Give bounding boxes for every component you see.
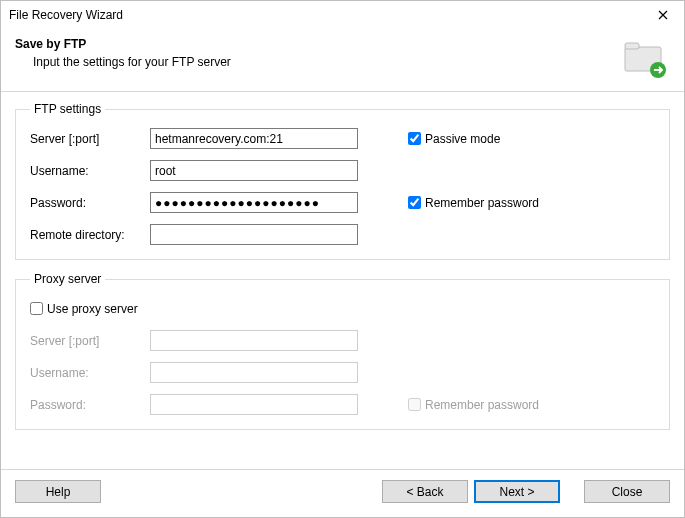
wizard-window: File Recovery Wizard Save by FTP Input t… bbox=[0, 0, 685, 518]
page-title: Save by FTP bbox=[15, 37, 620, 51]
window-title: File Recovery Wizard bbox=[9, 8, 646, 22]
next-button[interactable]: Next > bbox=[474, 480, 560, 503]
proxy-server-input bbox=[150, 330, 358, 351]
ftp-server-label: Server [:port] bbox=[30, 132, 150, 146]
title-bar: File Recovery Wizard bbox=[1, 1, 684, 29]
proxy-server-group: Proxy server Use proxy server Server [:p… bbox=[15, 272, 670, 430]
proxy-remember-password-label: Remember password bbox=[425, 398, 539, 412]
ftp-username-input[interactable] bbox=[150, 160, 358, 181]
ftp-settings-group: FTP settings Server [:port] Passive mode… bbox=[15, 102, 670, 260]
proxy-legend: Proxy server bbox=[30, 272, 105, 286]
proxy-server-label: Server [:port] bbox=[30, 334, 150, 348]
ftp-remote-dir-input[interactable] bbox=[150, 224, 358, 245]
ftp-password-label: Password: bbox=[30, 196, 150, 210]
proxy-remember-password-checkbox: Remember password bbox=[408, 398, 539, 412]
close-button[interactable]: Close bbox=[584, 480, 670, 503]
ftp-password-input[interactable] bbox=[150, 192, 358, 213]
use-proxy-label: Use proxy server bbox=[47, 302, 138, 316]
svg-rect-1 bbox=[625, 43, 639, 49]
folder-ftp-icon bbox=[620, 37, 670, 81]
back-button[interactable]: < Back bbox=[382, 480, 468, 503]
use-proxy-checkbox[interactable]: Use proxy server bbox=[30, 302, 138, 316]
proxy-password-input bbox=[150, 394, 358, 415]
help-button[interactable]: Help bbox=[15, 480, 101, 503]
remember-password-checkbox[interactable]: Remember password bbox=[408, 196, 539, 210]
ftp-server-input[interactable] bbox=[150, 128, 358, 149]
passive-mode-checkbox[interactable]: Passive mode bbox=[408, 132, 500, 146]
proxy-username-label: Username: bbox=[30, 366, 150, 380]
remember-password-label: Remember password bbox=[425, 196, 539, 210]
wizard-footer: Help < Back Next > Close bbox=[1, 469, 684, 517]
proxy-password-label: Password: bbox=[30, 398, 150, 412]
ftp-remote-dir-label: Remote directory: bbox=[30, 228, 150, 242]
passive-mode-label: Passive mode bbox=[425, 132, 500, 146]
page-subtitle: Input the settings for your FTP server bbox=[15, 55, 620, 69]
wizard-header: Save by FTP Input the settings for your … bbox=[1, 29, 684, 91]
wizard-content: FTP settings Server [:port] Passive mode… bbox=[1, 92, 684, 469]
ftp-username-label: Username: bbox=[30, 164, 150, 178]
proxy-username-input bbox=[150, 362, 358, 383]
close-icon[interactable] bbox=[646, 4, 680, 26]
ftp-legend: FTP settings bbox=[30, 102, 105, 116]
